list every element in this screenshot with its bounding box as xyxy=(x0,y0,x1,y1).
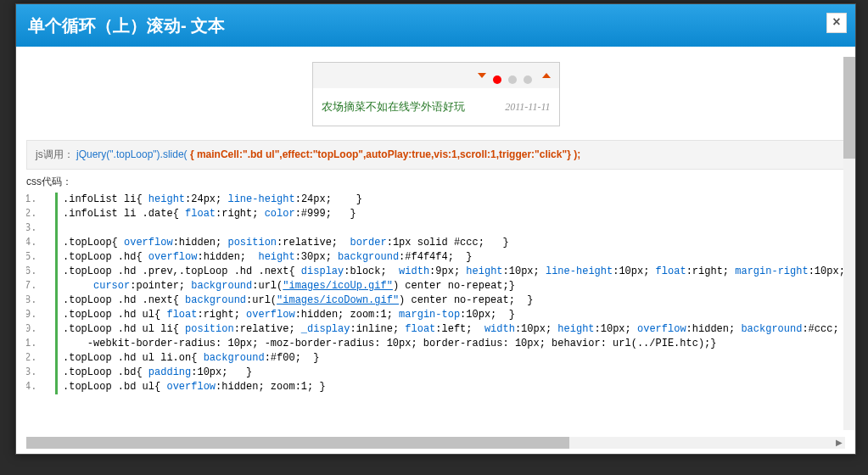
scroll-right-icon[interactable]: ▶ xyxy=(833,437,845,449)
dialog-body: 2011-11-11 农场摘菜不如在线学外语好玩 js调用： jQuery(".… xyxy=(16,47,855,454)
dialog-header: 单个循环（上）滚动- 文本 × xyxy=(16,4,855,47)
code-line: .infoList li{ height:24px; line-height:2… xyxy=(55,193,845,207)
code-line: .topLoop .hd{ overflow:hidden; height:30… xyxy=(55,250,845,265)
vertical-scroll-thumb[interactable] xyxy=(843,57,855,159)
demo-area: 2011-11-11 农场摘菜不如在线学外语好玩 xyxy=(21,52,850,131)
code-list: .infoList li{ height:24px; line-height:2… xyxy=(26,193,845,394)
js-call-bar: js调用： jQuery(".topLoop").slide( { mainCe… xyxy=(26,140,845,170)
js-call-args: { mainCell:".bd ul",effect:"topLoop",aut… xyxy=(190,148,580,160)
code-line: -webkit-border-radius: 10px; -moz-border… xyxy=(55,337,845,351)
list-item-link[interactable]: 农场摘菜不如在线学外语好玩 xyxy=(322,100,465,113)
code-line: .topLoop .hd .prev,.topLoop .hd .next{ d… xyxy=(55,265,845,279)
toploop-arrows xyxy=(476,63,559,88)
code-line: .topLoop{ overflow:hidden; position:rela… xyxy=(55,236,845,250)
list-item-date: 2011-11-11 xyxy=(505,97,550,117)
toploop-pager xyxy=(493,75,539,84)
toploop-body: 2011-11-11 农场摘菜不如在线学外语好玩 xyxy=(313,88,559,126)
code-line: .topLoop .hd ul li.on{ background:#f00; … xyxy=(55,351,845,366)
list-item: 2011-11-11 农场摘菜不如在线学外语好玩 xyxy=(322,97,551,117)
code-line: .topLoop .hd .next{ background:url("imag… xyxy=(55,293,845,308)
js-call-prefix: js调用： xyxy=(36,148,74,160)
js-call-jquery: jQuery(".topLoop").slide( xyxy=(76,148,188,160)
dialog: 单个循环（上）滚动- 文本 × 2011-11-11 xyxy=(15,3,856,455)
arrow-down-icon[interactable] xyxy=(478,73,486,78)
code-line: .topLoop .hd ul li{ position:relative; _… xyxy=(55,322,845,337)
code-line: cursor:pointer; background:url("images/i… xyxy=(55,279,845,293)
code-line: .topLoop .hd ul{ float:right; overflow:h… xyxy=(55,308,845,322)
toploop-header xyxy=(313,63,559,88)
code-line xyxy=(55,221,845,236)
dialog-title: 单个循环（上）滚动- 文本 xyxy=(28,16,225,35)
pager-dot[interactable] xyxy=(524,75,532,84)
code-line: .infoList li .date{ float:right; color:#… xyxy=(55,207,845,221)
horizontal-scroll-thumb[interactable] xyxy=(26,437,569,449)
code-block[interactable]: .infoList li{ height:24px; line-height:2… xyxy=(26,193,845,432)
info-list: 2011-11-11 农场摘菜不如在线学外语好玩 xyxy=(322,97,551,117)
css-code-label: css代码： xyxy=(26,175,845,189)
toploop-widget: 2011-11-11 农场摘菜不如在线学外语好玩 xyxy=(312,62,560,126)
pager-dot[interactable] xyxy=(493,75,501,84)
vertical-scrollbar[interactable] xyxy=(843,57,855,430)
close-icon: × xyxy=(832,14,840,29)
code-line: .topLoop .bd ul{ overflow:hidden; zoom:1… xyxy=(55,380,845,394)
pager-dot[interactable] xyxy=(508,75,517,84)
close-button[interactable]: × xyxy=(826,13,847,33)
horizontal-scrollbar[interactable]: ▶ xyxy=(26,437,845,449)
code-line: .topLoop .bd{ padding:10px; } xyxy=(55,366,845,380)
arrow-up-icon[interactable] xyxy=(542,73,551,78)
